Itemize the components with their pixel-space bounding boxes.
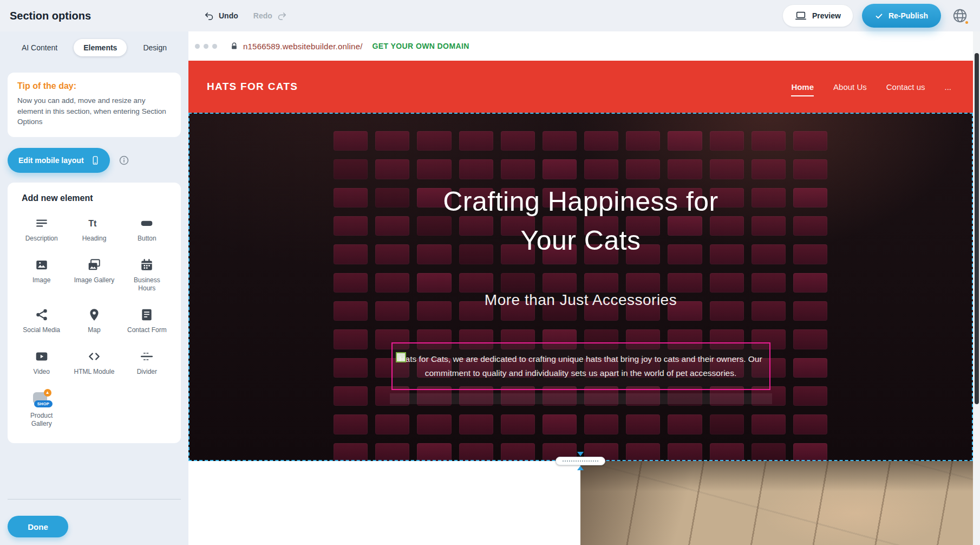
hero-tile <box>334 386 368 406</box>
hero-tile <box>334 329 368 349</box>
edit-mobile-layout-button[interactable]: Edit mobile layout <box>8 148 110 173</box>
hero-tile <box>375 216 409 236</box>
hero-tile <box>417 301 451 321</box>
hero-tile <box>417 414 451 434</box>
stone-floor-image <box>580 461 973 545</box>
hero-tile <box>417 131 451 151</box>
element-label: Heading <box>82 235 107 243</box>
element-heading[interactable]: Tt Heading <box>68 216 120 243</box>
get-your-own-domain-link[interactable]: GET YOUR OWN DOMAIN <box>373 42 469 50</box>
nav-more[interactable]: ... <box>944 82 951 92</box>
element-label: Button <box>138 235 156 243</box>
tip-title: Tip of the day: <box>17 81 171 91</box>
site-url[interactable]: n1566589.websitebuilder.online/ <box>243 42 363 51</box>
drag-handle[interactable] <box>396 352 406 362</box>
window-dot <box>212 44 217 49</box>
hero-tile <box>793 216 827 236</box>
tab-ai-content[interactable]: AI Content <box>12 39 67 56</box>
hero-tile <box>710 301 744 321</box>
done-button[interactable]: Done <box>8 516 68 537</box>
hero-body-text: Hats for Cats, we are dedicated to craft… <box>398 352 764 380</box>
element-description[interactable]: Description <box>15 216 68 243</box>
element-social-media[interactable]: Social Media <box>15 308 68 334</box>
hero-tile <box>668 273 702 293</box>
shop-badge-label: SHOP <box>34 400 53 407</box>
element-image[interactable]: Image <box>15 258 68 293</box>
tab-elements[interactable]: Elements <box>74 39 127 56</box>
hero-tile <box>793 414 827 434</box>
hero-tile <box>375 244 409 264</box>
site-preview: HATS FOR CATS Home About Us Contact us .… <box>188 61 973 545</box>
preview-label: Preview <box>812 11 841 20</box>
tab-design[interactable]: Design <box>133 39 177 56</box>
hero-tile <box>459 443 493 461</box>
redo-icon <box>277 11 287 21</box>
site-logo[interactable]: HATS FOR CATS <box>207 81 298 93</box>
hero-subheading[interactable]: More than Just Accessories <box>485 291 677 309</box>
element-image-gallery[interactable]: Image Gallery <box>68 258 120 293</box>
element-html-module[interactable]: HTML Module <box>68 349 120 376</box>
hero-tile <box>543 414 577 434</box>
hero-tile <box>543 273 577 293</box>
nav-home[interactable]: Home <box>791 82 814 92</box>
undo-button[interactable]: Undo <box>204 11 238 21</box>
element-label: Image Gallery <box>74 276 115 284</box>
tip-body: Now you can add, move and resize any ele… <box>17 95 171 127</box>
element-contact-form[interactable]: Contact Form <box>121 308 173 334</box>
add-element-card: Add new element Description Tt Heading B… <box>8 183 181 443</box>
website-builder-app: Section options Undo Redo Preview Re-Pub… <box>0 0 980 545</box>
preview-button[interactable]: Preview <box>782 4 853 27</box>
hero-tile <box>375 131 409 151</box>
element-video[interactable]: Video <box>15 349 68 376</box>
html-module-icon <box>87 349 101 364</box>
hero-tile <box>334 216 368 236</box>
language-globe-button[interactable] <box>950 5 970 26</box>
hero-tile <box>793 301 827 321</box>
hero-tile <box>668 443 702 461</box>
nav-contact-us[interactable]: Contact us <box>886 82 925 92</box>
hero-tile <box>752 443 786 461</box>
sidebar-tabs: AI Content Elements Design <box>12 39 177 56</box>
element-label: Contact Form <box>127 326 167 334</box>
republish-button[interactable]: Re-Publish <box>862 4 941 28</box>
svg-text:Tt: Tt <box>88 218 97 228</box>
hero-tile <box>668 131 702 151</box>
button-icon <box>140 216 154 230</box>
hero-tile <box>543 131 577 151</box>
element-product-gallery[interactable]: ▲ SHOP Product Gallery <box>15 391 68 428</box>
element-business-hours[interactable]: Business Hours <box>121 258 173 293</box>
hero-tile <box>375 188 409 207</box>
selected-text-element[interactable]: Hats for Cats, we are dedicated to craft… <box>391 342 770 390</box>
hero-tile <box>626 414 660 434</box>
lock-icon <box>230 42 238 50</box>
history-controls: Undo Redo <box>204 11 287 21</box>
section-resize-handle[interactable] <box>556 452 605 470</box>
hero-tile <box>334 159 368 179</box>
window-dot <box>204 44 208 49</box>
shop-upgrade-badge-icon: ▲ <box>44 389 51 397</box>
hero-tile <box>752 414 786 434</box>
edit-mobile-layout-label: Edit mobile layout <box>18 156 84 165</box>
element-map[interactable]: Map <box>68 308 120 334</box>
undo-label: Undo <box>219 11 238 20</box>
scrollbar-thumb[interactable] <box>975 53 979 404</box>
mobile-layout-row: Edit mobile layout <box>8 148 181 173</box>
hero-tile <box>501 443 535 461</box>
hero-tile <box>459 131 493 151</box>
element-divider[interactable]: Divider <box>121 349 173 376</box>
redo-button[interactable]: Redo <box>253 11 287 21</box>
element-grid: Description Tt Heading Button Image Imag… <box>15 216 173 428</box>
mobile-layout-info-button[interactable] <box>119 155 129 166</box>
site-header: HATS FOR CATS Home About Us Contact us .… <box>188 61 973 113</box>
hero-section[interactable]: Crafting Happiness for Your Cats More th… <box>188 113 973 461</box>
scrollbar-track[interactable] <box>973 31 980 545</box>
hero-heading[interactable]: Crafting Happiness for Your Cats <box>413 182 749 260</box>
monitor-icon <box>795 10 807 22</box>
hero-tile <box>752 188 786 207</box>
hero-tile <box>668 414 702 434</box>
nav-about-us[interactable]: About Us <box>833 82 867 92</box>
next-section-blank <box>188 461 580 545</box>
video-icon <box>35 349 49 364</box>
element-button[interactable]: Button <box>121 216 173 243</box>
hero-tile <box>752 244 786 264</box>
